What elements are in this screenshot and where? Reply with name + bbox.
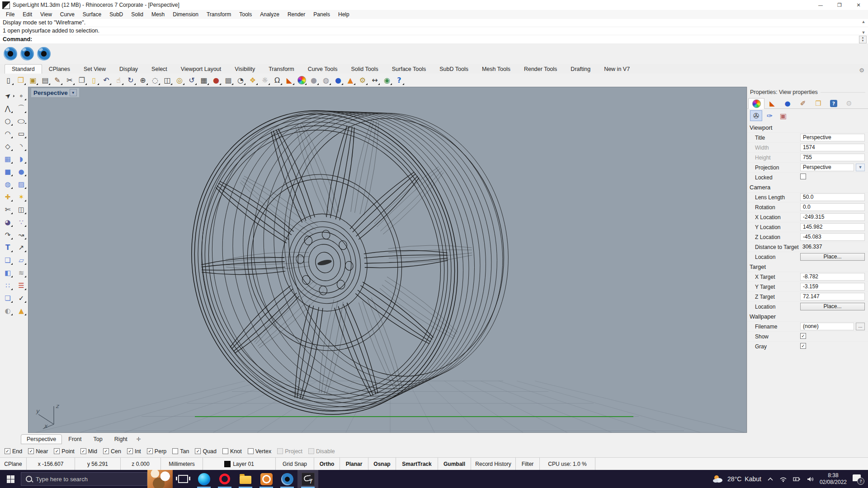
- sweep-icon[interactable]: ▨: [16, 178, 27, 190]
- taskbar-search-input[interactable]: Type here to search: [21, 472, 147, 486]
- puzzle-icon[interactable]: ✚: [2, 191, 14, 202]
- settings-gear-icon[interactable]: ⚙: [841, 99, 857, 108]
- menu-tools[interactable]: Tools: [235, 10, 256, 19]
- status-filter[interactable]: Filter: [516, 458, 540, 470]
- rotation-field[interactable]: 0.0: [800, 203, 865, 211]
- circle-icon[interactable]: ○: [2, 115, 14, 127]
- circle-tangent-icon[interactable]: ◔: [235, 75, 246, 86]
- display-mode-wireframe-icon[interactable]: [4, 47, 17, 61]
- add-viewport-pane-icon[interactable]: ✛: [137, 436, 141, 442]
- render-wedge-icon[interactable]: ◣: [764, 99, 780, 108]
- taskbar-widget-image[interactable]: [147, 470, 173, 488]
- osnap-point[interactable]: ✓Point: [54, 448, 75, 455]
- status-planar[interactable]: Planar: [340, 458, 368, 470]
- undo-icon[interactable]: ↶: [100, 75, 112, 86]
- move-icon[interactable]: ↗: [16, 242, 27, 253]
- zoom-undo-icon[interactable]: ↺: [186, 75, 198, 86]
- status-cpu-use-1-0-[interactable]: CPU use: 1.0 %: [540, 458, 595, 470]
- menu-subd[interactable]: SubD: [105, 10, 127, 19]
- osnap-disable[interactable]: Disable: [308, 448, 335, 455]
- start-button[interactable]: [0, 470, 21, 488]
- osnap-project-checkbox[interactable]: [277, 448, 283, 454]
- help-chip-icon[interactable]: ?: [826, 99, 841, 108]
- rectangle-icon[interactable]: ▭: [16, 128, 27, 139]
- minimize-button[interactable]: —: [811, 0, 830, 10]
- viewport-menu-chevron-icon[interactable]: ▼: [70, 89, 77, 96]
- display-mode-rendered-icon[interactable]: [37, 47, 51, 61]
- tab-transform[interactable]: Transform: [262, 65, 301, 74]
- status-y-56-291[interactable]: y 56.291: [75, 458, 121, 470]
- viewport-tab-right[interactable]: Right: [109, 435, 133, 444]
- x-target-field[interactable]: -8.782: [800, 273, 865, 281]
- pan-icon[interactable]: ☝: [113, 75, 124, 86]
- projection-dropdown-chevron-icon[interactable]: ▼: [856, 164, 865, 171]
- menu-dimension[interactable]: Dimension: [169, 10, 203, 19]
- gray-checkbox[interactable]: ✓: [800, 343, 806, 349]
- viewport-tab-front[interactable]: Front: [63, 435, 87, 444]
- fillet-curve-icon[interactable]: ◝: [16, 141, 27, 152]
- display-mode-shaded-icon[interactable]: [20, 47, 34, 61]
- polygon-icon[interactable]: ◇: [2, 141, 14, 152]
- status-z-0-000[interactable]: z 0.000: [121, 458, 161, 470]
- osnap-mid-checkbox[interactable]: ✓: [80, 448, 86, 454]
- weather-widget[interactable]: 28°C Kabut: [712, 474, 761, 483]
- menu-surface[interactable]: Surface: [79, 10, 105, 19]
- revolve-icon[interactable]: ◍: [2, 178, 14, 190]
- command-spinner[interactable]: ▲▼: [859, 36, 867, 43]
- display-window-icon[interactable]: ▣: [777, 110, 789, 121]
- osnap-vertex-checkbox[interactable]: [248, 448, 254, 454]
- status-ortho[interactable]: Ortho: [314, 458, 340, 470]
- dimension-icon[interactable]: ↔: [369, 75, 381, 86]
- command-prompt[interactable]: Command: ▲▼: [0, 35, 868, 44]
- wifi-icon[interactable]: [779, 476, 787, 482]
- status-smarttrack[interactable]: SmartTrack: [396, 458, 438, 470]
- tab-set-view[interactable]: Set View: [77, 65, 113, 74]
- tab-visibility[interactable]: Visibility: [228, 65, 262, 74]
- zoom-window-icon[interactable]: ◫: [161, 75, 173, 86]
- point-group-icon[interactable]: ∵: [16, 216, 27, 228]
- speaker-icon[interactable]: [807, 476, 814, 482]
- osnap-perp[interactable]: ✓Perp: [147, 448, 166, 455]
- copy-icon[interactable]: ❐: [76, 75, 88, 86]
- earth-icon[interactable]: ◉: [381, 75, 393, 86]
- adjust-curve-icon[interactable]: ↷: [2, 229, 14, 240]
- wand-icon[interactable]: ✑: [764, 110, 776, 121]
- lens-length-field[interactable]: 50.0: [800, 193, 865, 201]
- menu-edit[interactable]: Edit: [19, 10, 36, 19]
- menu-file[interactable]: File: [2, 10, 19, 19]
- menu-view[interactable]: View: [36, 10, 56, 19]
- y-location-field[interactable]: 145.982: [800, 223, 865, 231]
- menu-curve[interactable]: Curve: [56, 10, 79, 19]
- z-target-field[interactable]: 72.147: [800, 293, 865, 300]
- cone-icon[interactable]: ▲: [344, 75, 356, 86]
- blend-icon[interactable]: ◕: [2, 216, 14, 228]
- status-grid-snap[interactable]: Grid Snap: [276, 458, 314, 470]
- point-icon[interactable]: ∘: [16, 90, 27, 101]
- menu-render[interactable]: Render: [283, 10, 309, 19]
- tray-chevron-icon[interactable]: [767, 477, 774, 481]
- osnap-mid[interactable]: ✓Mid: [80, 448, 97, 455]
- edge-browser-icon[interactable]: [193, 470, 214, 488]
- tab-render-tools[interactable]: Render Tools: [517, 65, 564, 74]
- viewport-layout-icon[interactable]: ▦: [198, 75, 210, 86]
- status-cplane[interactable]: CPlane: [0, 458, 27, 470]
- save-icon[interactable]: ▣: [27, 75, 39, 86]
- viewport-title[interactable]: Perspective ▼: [31, 88, 79, 97]
- taskbar-clock[interactable]: 8:38 02/08/2022: [820, 472, 847, 486]
- explode-icon[interactable]: ✶: [16, 191, 27, 202]
- tab-select[interactable]: Select: [145, 65, 174, 74]
- osnap-near-checkbox[interactable]: ✓: [28, 448, 34, 454]
- array-linear-icon[interactable]: ☰: [16, 280, 27, 291]
- arc-icon[interactable]: ◠: [2, 128, 14, 139]
- osnap-near[interactable]: ✓Near: [28, 448, 48, 455]
- lightbulb-icon[interactable]: ☼: [259, 75, 271, 86]
- osnap-vertex[interactable]: Vertex: [248, 448, 271, 455]
- osnap-end-checkbox[interactable]: ✓: [5, 448, 10, 454]
- opera-browser-icon[interactable]: [214, 470, 235, 488]
- wedge-icon[interactable]: ◣: [283, 75, 295, 86]
- print-icon[interactable]: ▤: [39, 75, 51, 86]
- gears-icon[interactable]: ⚙: [357, 75, 368, 86]
- command-history-scrollbar[interactable]: ▲▼: [860, 19, 867, 35]
- color-wheel-icon[interactable]: [296, 75, 307, 86]
- menu-panels[interactable]: Panels: [309, 10, 334, 19]
